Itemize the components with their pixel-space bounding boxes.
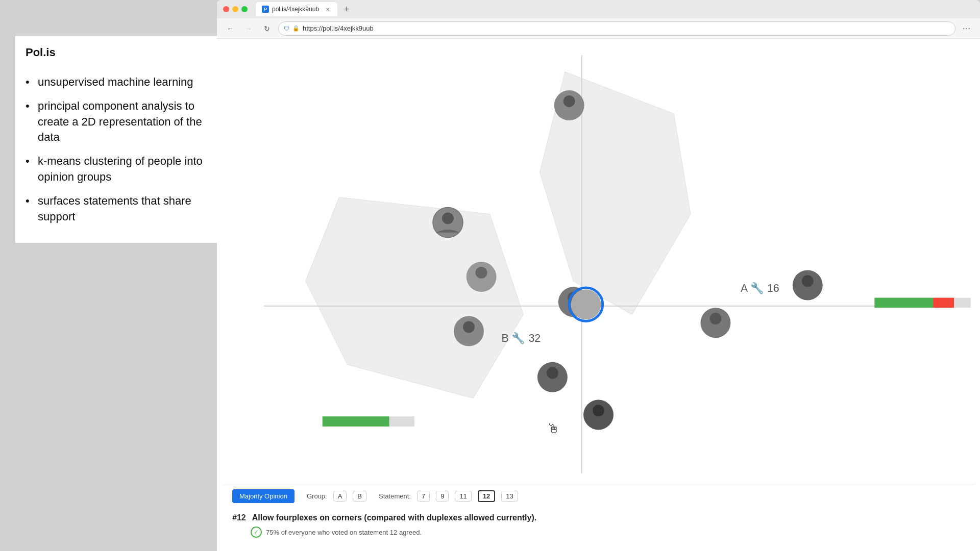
statement-id: #12 bbox=[232, 513, 246, 522]
back-button[interactable]: ← bbox=[223, 21, 237, 36]
avatar-6-head bbox=[593, 405, 604, 416]
browser-menu-button[interactable]: ··· bbox=[960, 21, 974, 36]
forward-button[interactable]: → bbox=[241, 21, 256, 36]
statement-agree: ✓ 75% of everyone who voted on statement… bbox=[251, 527, 965, 538]
left-panel: Pol.is unsupervised machine learning pri… bbox=[15, 36, 219, 243]
avatar-selected bbox=[571, 289, 601, 319]
statement-11[interactable]: 11 bbox=[455, 491, 471, 502]
statement-13[interactable]: 13 bbox=[501, 491, 518, 502]
maximize-traffic-light[interactable] bbox=[241, 6, 248, 12]
tab-favicon: P bbox=[262, 6, 269, 13]
bullet-item-1: unsupervised machine learning bbox=[26, 74, 209, 90]
bullet-list: unsupervised machine learning principal … bbox=[26, 74, 209, 224]
avatar-8-head bbox=[709, 313, 721, 324]
statement-12[interactable]: 12 bbox=[478, 490, 495, 502]
avatar-5-head bbox=[547, 367, 558, 379]
active-tab[interactable]: P pol.is/4xejkk9uub ✕ bbox=[256, 2, 337, 16]
group-label: Group: bbox=[307, 492, 327, 500]
agree-bar-b-neutral bbox=[389, 416, 414, 427]
avatar-2-head bbox=[476, 267, 487, 279]
agree-bar-b-green bbox=[323, 416, 389, 427]
new-tab-button[interactable]: + bbox=[339, 2, 354, 16]
majority-opinion-button[interactable]: Majority Opinion bbox=[232, 489, 295, 503]
tab-close-button[interactable]: ✕ bbox=[324, 6, 331, 13]
minimize-traffic-light[interactable] bbox=[232, 6, 238, 12]
avatar-1-head bbox=[442, 212, 454, 224]
close-traffic-light[interactable] bbox=[223, 6, 229, 12]
avatar-7-head bbox=[564, 95, 575, 107]
cursor-icon: 🖱 bbox=[547, 421, 560, 436]
lock-icon: 🔒 bbox=[292, 25, 300, 32]
statement-info: #12 Allow fourplexes on corners (compare… bbox=[222, 507, 975, 546]
avatar-4-head bbox=[463, 321, 475, 333]
statement-text: Allow fourplexes on corners (compared wi… bbox=[252, 513, 536, 522]
browser-window: P pol.is/4xejkk9uub ✕ + ← → ↻ 🛡 🔒 https:… bbox=[217, 0, 980, 551]
avatar-9-head bbox=[802, 275, 814, 287]
polis-container: B 🔧 32 A 🔧 16 🖱 Majority Opinion bbox=[217, 39, 980, 551]
statement-7[interactable]: 7 bbox=[417, 491, 430, 502]
app-title: Pol.is bbox=[26, 46, 209, 59]
url-text: https://pol.is/4xejkk9uub bbox=[303, 24, 374, 32]
statement-9[interactable]: 9 bbox=[436, 491, 449, 502]
tab-bar: P pol.is/4xejkk9uub ✕ + bbox=[256, 2, 974, 16]
agree-bar-red bbox=[933, 298, 954, 308]
tab-label: pol.is/4xejkk9uub bbox=[272, 6, 319, 13]
traffic-lights bbox=[223, 6, 248, 12]
group-a-label: A 🔧 16 bbox=[741, 282, 779, 295]
agree-bar-green bbox=[874, 298, 933, 308]
browser-titlebar: P pol.is/4xejkk9uub ✕ + bbox=[217, 0, 980, 18]
agree-text: 75% of everyone who voted on statement 1… bbox=[266, 529, 422, 536]
group-b-label: B 🔧 32 bbox=[501, 332, 541, 345]
agree-bar-neutral bbox=[954, 298, 971, 308]
bullet-item-2: principal component analysis to create a… bbox=[26, 98, 209, 145]
scatter-plot: B 🔧 32 A 🔧 16 🖱 bbox=[222, 44, 975, 485]
shield-icon: 🛡 bbox=[284, 26, 289, 32]
bullet-item-3: k-means clustering of people into opinio… bbox=[26, 154, 209, 185]
statement-label: Statement: bbox=[379, 492, 411, 500]
browser-content: B 🔧 32 A 🔧 16 🖱 Majority Opinion bbox=[217, 39, 980, 551]
bullet-item-4: surfaces statements that share support bbox=[26, 193, 209, 225]
controls-bar: Majority Opinion Group: A B Statement: 7… bbox=[222, 485, 975, 507]
group-b-tag[interactable]: B bbox=[353, 491, 366, 502]
agree-check-icon: ✓ bbox=[251, 527, 262, 538]
scatter-area: B 🔧 32 A 🔧 16 🖱 bbox=[222, 44, 975, 485]
browser-toolbar: ← → ↻ 🛡 🔒 https://pol.is/4xejkk9uub ··· bbox=[217, 18, 980, 39]
reload-button[interactable]: ↻ bbox=[260, 21, 274, 36]
group-a-tag[interactable]: A bbox=[333, 491, 347, 502]
address-bar[interactable]: 🛡 🔒 https://pol.is/4xejkk9uub bbox=[278, 21, 955, 36]
